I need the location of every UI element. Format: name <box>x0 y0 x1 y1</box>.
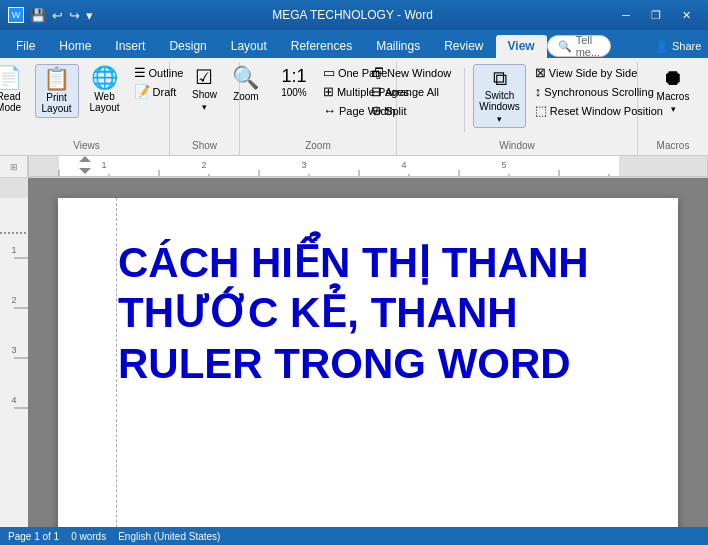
window-options-col: 🗗 New Window ⊟ Arrange All ⊖ Split <box>368 64 454 119</box>
ribbon-group-macros: ⏺ Macros ▾ Macros <box>638 62 708 155</box>
sign-in-button[interactable]: Sign in <box>617 34 641 58</box>
page-width-icon: ↔ <box>323 103 336 118</box>
views-buttons: 📄 ReadMode 📋 PrintLayout 🌐 WebLayout ☰ O… <box>0 62 186 138</box>
svg-text:2: 2 <box>11 295 16 305</box>
minimize-button[interactable]: ─ <box>612 4 640 26</box>
tab-file[interactable]: File <box>4 35 47 58</box>
one-page-icon: ▭ <box>323 65 335 80</box>
share-button[interactable]: 👤 Share <box>647 37 708 56</box>
redo-qat-button[interactable]: ↪ <box>69 8 80 23</box>
zoom-100-button[interactable]: 1:1 100% <box>272 64 316 101</box>
restore-button[interactable]: ❐ <box>642 4 670 26</box>
svg-text:3: 3 <box>11 345 16 355</box>
tab-design[interactable]: Design <box>157 35 218 58</box>
tell-me-input[interactable]: 🔍 Tell me... <box>547 35 611 57</box>
undo-qat-button[interactable]: ↩ <box>52 8 63 23</box>
window-title: MEGA TECHNOLOGY - Word <box>93 8 612 22</box>
web-layout-button[interactable]: 🌐 WebLayout <box>83 64 127 116</box>
arrange-all-icon: ⊟ <box>371 84 382 99</box>
ruler-area: ⊞ 1 2 3 4 5 <box>0 156 708 178</box>
svg-text:2: 2 <box>201 160 206 170</box>
multiple-pages-icon: ⊞ <box>323 84 334 99</box>
sync-scroll-icon: ↕ <box>535 84 542 99</box>
svg-text:4: 4 <box>401 160 406 170</box>
switch-windows-label: SwitchWindows <box>479 90 520 112</box>
page-count: Page 1 of 1 <box>8 531 59 542</box>
ribbon-group-views: 📄 ReadMode 📋 PrintLayout 🌐 WebLayout ☰ O… <box>4 62 170 155</box>
window-group-label: Window <box>499 138 535 155</box>
print-layout-button[interactable]: 📋 PrintLayout <box>35 64 79 118</box>
arrange-all-label: Arrange All <box>385 86 439 98</box>
svg-text:1: 1 <box>11 245 16 255</box>
zoom-button[interactable]: 🔍 Zoom <box>224 64 268 105</box>
print-layout-icon: 📋 <box>43 68 70 90</box>
tab-review[interactable]: Review <box>432 35 495 58</box>
svg-rect-1 <box>29 156 59 177</box>
tab-view[interactable]: View <box>496 35 547 58</box>
search-icon: 🔍 <box>558 40 572 53</box>
tab-insert[interactable]: Insert <box>103 35 157 58</box>
tab-layout[interactable]: Layout <box>219 35 279 58</box>
zoom-100-icon: 1:1 <box>281 67 306 85</box>
margin-indicator <box>116 198 117 527</box>
tab-mailings[interactable]: Mailings <box>364 35 432 58</box>
new-window-icon: 🗗 <box>371 65 384 80</box>
switch-windows-dropdown: ▾ <box>497 114 502 124</box>
ribbon-group-window: 🗗 New Window ⊟ Arrange All ⊖ Split ⧉ Swi… <box>397 62 638 155</box>
app-icon: W <box>8 7 24 23</box>
svg-rect-23 <box>0 178 28 198</box>
switch-windows-button[interactable]: ⧉ SwitchWindows ▾ <box>473 64 526 128</box>
tab-references[interactable]: References <box>279 35 364 58</box>
macros-content: ⏺ Macros ▾ <box>651 62 695 138</box>
document-page: CÁCH HIỂN THỊ THANH THƯỚC KẺ, THANH RULE… <box>58 198 678 527</box>
new-window-label: New Window <box>387 67 451 79</box>
tab-home[interactable]: Home <box>47 35 103 58</box>
macros-button[interactable]: ⏺ Macros ▾ <box>651 64 695 117</box>
draft-icon: 📝 <box>134 84 150 99</box>
macros-icon: ⏺ <box>662 67 684 89</box>
language: English (United States) <box>118 531 220 542</box>
window-content: 🗗 New Window ⊟ Arrange All ⊖ Split ⧉ Swi… <box>368 62 666 138</box>
web-layout-label: WebLayout <box>90 91 120 113</box>
zoom-group-label: Zoom <box>305 138 331 155</box>
views-group-label: Views <box>73 138 100 155</box>
show-dropdown-icon: ▾ <box>202 102 207 112</box>
horizontal-ruler: 1 2 3 4 5 <box>28 156 708 177</box>
zoom-100-label: 100% <box>281 87 307 98</box>
svg-text:3: 3 <box>301 160 306 170</box>
split-button[interactable]: ⊖ Split <box>368 102 454 119</box>
svg-rect-2 <box>619 156 707 177</box>
arrange-all-button[interactable]: ⊟ Arrange All <box>368 83 454 100</box>
reset-pos-icon: ⬚ <box>535 103 547 118</box>
macros-label: Macros <box>657 91 690 102</box>
status-bar: Page 1 of 1 0 words English (United Stat… <box>0 527 708 545</box>
show-icon: ☑ <box>195 67 213 87</box>
split-icon: ⊖ <box>371 103 382 118</box>
window-controls: ─ ❐ ✕ <box>612 4 700 26</box>
show-group-label: Show <box>192 138 217 155</box>
read-mode-label: ReadMode <box>0 91 21 113</box>
macros-dropdown: ▾ <box>671 104 676 114</box>
web-layout-icon: 🌐 <box>91 67 118 89</box>
split-label: Split <box>385 105 406 117</box>
customize-qat-button[interactable]: ▾ <box>86 8 93 23</box>
view-side-icon: ⊠ <box>535 65 546 80</box>
document-heading: CÁCH HIỂN THỊ THANH THƯỚC KẺ, THANH RULE… <box>118 238 628 389</box>
svg-rect-0 <box>29 156 707 177</box>
zoom-label: Zoom <box>233 91 259 102</box>
svg-text:5: 5 <box>501 160 506 170</box>
share-icon: 👤 <box>655 40 669 53</box>
ribbon-right: 🔍 Tell me... Sign in 👤 Share <box>547 34 708 58</box>
ribbon-tabs: File Home Insert Design Layout Reference… <box>0 30 708 58</box>
new-window-button[interactable]: 🗗 New Window <box>368 64 454 81</box>
macros-group-label: Macros <box>657 138 690 155</box>
show-button[interactable]: ☑ Show ▾ <box>182 64 226 115</box>
read-mode-button[interactable]: 📄 ReadMode <box>0 64 31 116</box>
window-separator <box>464 68 465 132</box>
show-content: ☑ Show ▾ <box>182 62 226 138</box>
switch-windows-icon: ⧉ <box>493 68 507 88</box>
doc-wrapper: 1 2 3 4 CÁCH HIỂN THỊ THANH THƯỚC KẺ, TH… <box>0 178 708 527</box>
vertical-ruler: 1 2 3 4 <box>0 178 28 527</box>
save-qat-button[interactable]: 💾 <box>30 8 46 23</box>
close-button[interactable]: ✕ <box>672 4 700 26</box>
